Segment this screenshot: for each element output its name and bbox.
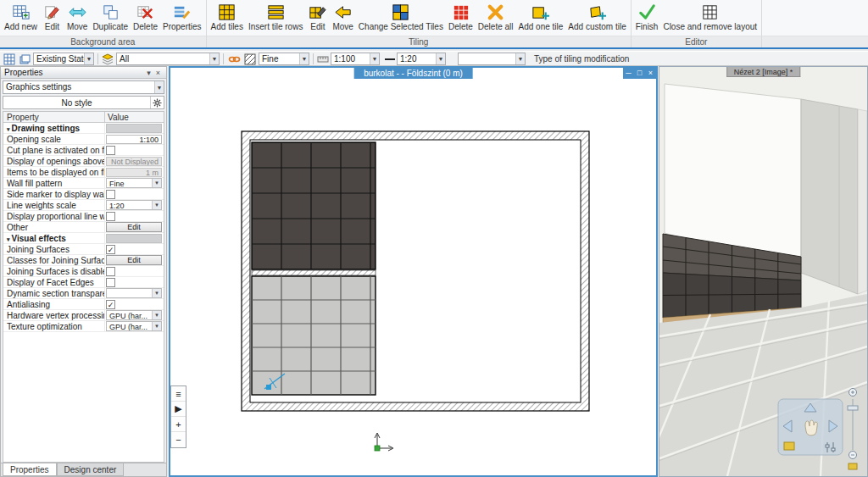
zoom-extra-icon[interactable] [849, 463, 857, 469]
view3d-window-title[interactable]: Nézet 2 [Image] * [726, 67, 801, 77]
finish-icon [637, 3, 657, 22]
category-select-wrap: Graphics settings ▼ [3, 80, 164, 94]
category-select[interactable]: Graphics settings ▼ [3, 80, 164, 94]
delete-all-icon [486, 3, 505, 22]
checkbox-unchecked[interactable] [106, 267, 115, 276]
panel-close-icon[interactable]: × [153, 69, 163, 77]
checkbox-checked[interactable]: ✓ [106, 300, 115, 309]
delete-background-button[interactable]: Delete [131, 2, 160, 33]
edit-background-button[interactable]: Edit [40, 2, 64, 33]
wall-pattern-select[interactable]: Fine ▼ [259, 53, 309, 65]
modification-hint-label: Type of tiling modification [534, 54, 629, 64]
hand-icon[interactable] [805, 420, 817, 435]
modification-select[interactable]: ▼ [458, 53, 526, 65]
add-custom-tile-button[interactable]: Add custom tile [565, 2, 628, 33]
zoom-thumb[interactable] [848, 406, 858, 410]
section-value-filler [106, 234, 162, 243]
checkbox-unchecked[interactable] [106, 212, 115, 221]
property-name: Items to be displayed on floor pla... [3, 167, 105, 177]
move-tiling-icon [333, 3, 353, 22]
opening-scale-select[interactable]: 1:100 ▼ [331, 53, 380, 65]
value-dropdown[interactable]: ▼ [106, 288, 162, 298]
properties-icon [172, 3, 192, 22]
view3d-scene[interactable] [659, 67, 867, 476]
property-name: Side marker to display wall refere... [3, 189, 105, 199]
floorplan-window: burkolat - - Földszint (0 m) ─ □ × [169, 66, 658, 477]
floor-plan-drawing[interactable] [170, 78, 656, 475]
category-value: Graphics settings [3, 81, 154, 93]
line-weight-scale-select[interactable]: 1:20 ▼ [397, 53, 446, 65]
add-new-button[interactable]: Add new [2, 2, 40, 33]
property-value-cell [105, 233, 164, 243]
duplicate-button[interactable]: Duplicate [90, 2, 131, 33]
delete-tiles-icon [451, 3, 470, 22]
hatch-icon [244, 53, 256, 65]
edit-button[interactable]: Edit [106, 222, 162, 232]
checkbox-unchecked[interactable] [106, 278, 115, 287]
opening-scale-button[interactable] [316, 53, 330, 66]
layer-filter-button[interactable] [101, 53, 114, 66]
delete-tiles-button[interactable]: Delete [446, 2, 476, 33]
style-settings-button[interactable] [150, 97, 164, 108]
close-and-remove-layout-button[interactable]: Close and remove layout [660, 2, 760, 33]
minimize-button[interactable]: ─ [623, 68, 634, 79]
change-selected-tiles-button[interactable]: Change Selected Tiles [356, 2, 446, 33]
canvas-zoom-in-button[interactable]: + [171, 417, 186, 432]
state-layers-button[interactable] [18, 53, 31, 66]
finish-button[interactable]: Finish [633, 2, 661, 33]
layer-filter-select[interactable]: All ▼ [116, 53, 220, 65]
existing-state-select[interactable]: Existing State ▼ [33, 53, 94, 65]
dark-tile-area[interactable] [252, 142, 376, 269]
duplicate-icon [101, 3, 120, 22]
button-label: Finish [636, 22, 659, 32]
light-tile-area[interactable] [252, 276, 376, 395]
layer-filter-value: All [117, 53, 209, 64]
property-name: ▾Visual effects [3, 233, 105, 243]
property-name: Other [3, 222, 105, 232]
checkbox-unchecked[interactable] [106, 146, 115, 155]
close-button[interactable]: × [645, 68, 656, 79]
button-label: Move [332, 22, 353, 32]
line-weight-button[interactable] [383, 53, 397, 66]
value-dropdown[interactable]: GPU (har...▼ [106, 310, 162, 320]
column-header-property: Property [3, 112, 105, 122]
properties-button[interactable]: Properties [160, 2, 204, 33]
property-grid: Property Value ▾Drawing settingsOpening … [3, 111, 164, 463]
link-button[interactable] [227, 53, 241, 66]
panel-menu-icon[interactable]: ▾ [144, 69, 153, 77]
property-row: Hardware vertex processingGPU (har...▼ [3, 310, 164, 321]
move-background-button[interactable]: Move [64, 2, 90, 33]
hatch-pattern-button[interactable] [243, 53, 257, 66]
property-value-cell: Fine▼ [105, 178, 164, 188]
value-dropdown[interactable]: GPU (har...▼ [106, 321, 162, 331]
add-one-tile-button[interactable]: Add one tile [516, 2, 566, 33]
edit-tiling-icon [308, 3, 327, 22]
value-dropdown[interactable]: 1:20▼ [106, 200, 162, 210]
grid-settings-button[interactable] [3, 53, 16, 66]
checkbox-unchecked[interactable] [106, 190, 115, 199]
canvas-menu-button[interactable]: ≡ [171, 386, 186, 402]
canvas-play-button[interactable]: ▶ [171, 402, 186, 417]
edit-button[interactable]: Edit [106, 255, 162, 265]
value-text-field[interactable]: 1:100 [106, 135, 162, 144]
gear-icon [153, 98, 162, 108]
delete-all-button[interactable]: Delete all [476, 2, 516, 33]
edit-tiling-button[interactable]: Edit [305, 2, 330, 33]
insert-tile-rows-button[interactable]: Insert tile rows [246, 2, 305, 33]
floorplan-window-title[interactable]: burkolat - - Földszint (0 m) [353, 68, 473, 79]
layout-icon[interactable] [784, 442, 794, 450]
property-name: Display of openings above cut pla... [3, 156, 105, 166]
layer-stack-icon [102, 53, 114, 65]
navigation-pad[interactable] [778, 399, 843, 455]
tab-design-center[interactable]: Design center [57, 463, 125, 476]
checkbox-checked[interactable]: ✓ [106, 245, 115, 254]
restore-button[interactable]: □ [634, 68, 645, 79]
canvas-zoom-out-button[interactable]: − [171, 432, 186, 447]
tab-properties[interactable]: Properties [3, 463, 57, 476]
value-dropdown[interactable]: Fine▼ [106, 178, 162, 188]
move-tiling-button[interactable]: Move [330, 2, 355, 33]
section-expand-icon[interactable]: ▾ [7, 236, 10, 242]
section-expand-icon[interactable]: ▾ [7, 126, 10, 132]
edit-icon [42, 3, 62, 22]
add-tiles-button[interactable]: Add tiles [209, 2, 246, 33]
